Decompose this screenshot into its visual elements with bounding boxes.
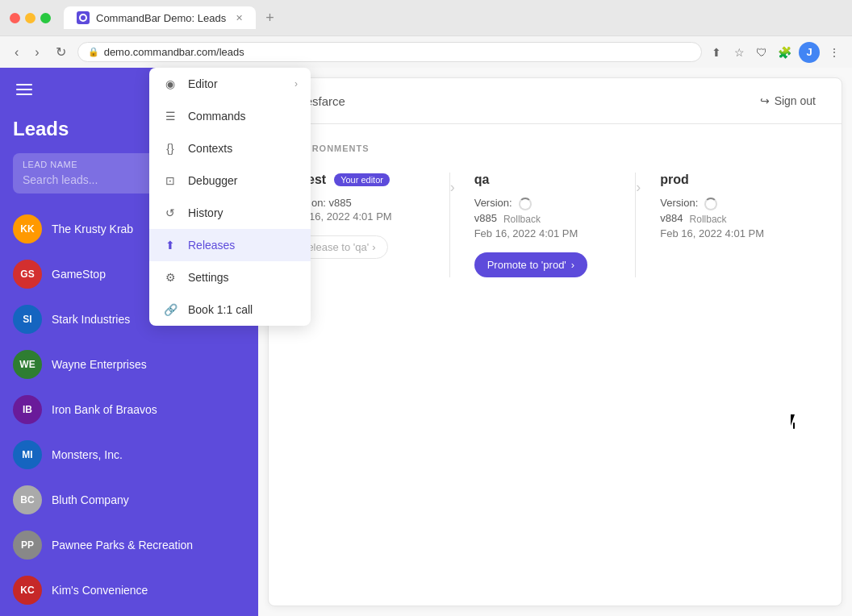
promote-to-prod-label: Promote to 'prod' xyxy=(487,259,566,271)
main-content: Salesfarce ↪ Sign out ENVIRONMENTS Lates… xyxy=(258,68,852,616)
avatar: KK xyxy=(13,214,42,243)
avatar: PP xyxy=(13,531,42,560)
env-prod-version: v884 xyxy=(660,212,683,224)
settings-menu-label: Settings xyxy=(188,271,298,284)
menu-item-releases[interactable]: ⬆Releases xyxy=(149,229,311,261)
sign-out-icon: ↪ xyxy=(760,94,770,107)
refresh-button[interactable]: ↻ xyxy=(51,43,71,61)
lead-name: Kim's Convenience xyxy=(52,584,148,597)
avatar: SI xyxy=(13,305,42,334)
promote-arrow-icon: › xyxy=(571,259,574,271)
bookmark-icon[interactable]: ☆ xyxy=(731,44,747,60)
shield-icon[interactable]: 🛡 xyxy=(754,44,770,60)
traffic-lights xyxy=(10,13,51,23)
lock-icon: 🔒 xyxy=(88,47,99,57)
menu-item-contexts[interactable]: {}Contexts xyxy=(149,132,311,164)
commands-menu-label: Commands xyxy=(188,110,298,123)
env-qa-name-text: qa xyxy=(474,173,490,187)
editor-arrow-icon: › xyxy=(294,78,298,89)
release-arrow-icon: › xyxy=(372,241,375,253)
back-button[interactable]: ‹ xyxy=(10,44,23,61)
avatar: BC xyxy=(13,485,42,514)
menu-item-commands[interactable]: ☰Commands xyxy=(149,100,311,132)
prod-rollback-button[interactable]: Rollback xyxy=(690,214,727,225)
history-menu-icon: ↺ xyxy=(162,205,178,221)
environments-label: ENVIRONMENTS xyxy=(288,144,822,153)
releases-menu-label: Releases xyxy=(188,239,298,252)
contexts-menu-icon: {} xyxy=(162,140,178,156)
list-item[interactable]: WEWayne Enterprises xyxy=(0,342,258,387)
avatar: KC xyxy=(13,576,42,605)
new-tab-button[interactable]: + xyxy=(259,8,281,28)
address-bar[interactable]: 🔒 demo.commandbar.com/leads xyxy=(77,42,702,62)
user-avatar[interactable]: J xyxy=(799,42,820,63)
debugger-menu-label: Debugger xyxy=(188,174,298,187)
qa-rollback-button[interactable]: Rollback xyxy=(503,214,541,225)
env-qa-version-label: Version: xyxy=(474,197,512,209)
book-menu-icon: 🔗 xyxy=(162,302,178,318)
menu-item-book[interactable]: 🔗Book 1:1 call xyxy=(149,293,311,326)
env-qa-version-row: Version: xyxy=(474,197,617,210)
promote-to-prod-button[interactable]: Promote to 'prod' › xyxy=(474,252,588,277)
extensions-icon[interactable]: 🧩 xyxy=(776,44,792,60)
sf-body: ENVIRONMENTS Latest Your editor Version:… xyxy=(269,124,842,297)
environments-grid: Latest Your editor Version: v885 Feb 16,… xyxy=(288,173,822,277)
lead-name: Stark Industries xyxy=(52,313,130,326)
list-item[interactable]: KCKim's Convenience xyxy=(0,568,258,613)
list-item[interactable]: BCBluth Company xyxy=(0,477,258,522)
env-prod-name: prod xyxy=(660,173,803,187)
env-prod: prod Version: v884 Rollback Feb 16, 2022… xyxy=(641,173,822,277)
tab-favicon xyxy=(77,11,90,24)
browser-actions: ⬆ ☆ 🛡 🧩 J ⋮ xyxy=(708,42,842,63)
browser-titlebar: CommandBar Demo: Leads ✕ + xyxy=(0,0,852,35)
list-item[interactable]: MIMonsters, Inc. xyxy=(0,432,258,477)
browser-chrome: CommandBar Demo: Leads ✕ + ‹ › ↻ 🔒 demo.… xyxy=(0,0,852,68)
avatar: WE xyxy=(13,350,42,379)
contexts-menu-label: Contexts xyxy=(188,142,298,155)
list-item[interactable]: PPPawnee Parks & Recreation xyxy=(0,522,258,568)
settings-menu-icon: ⚙ xyxy=(162,269,178,285)
dropdown-menu: ◉Editor›☰Commands{}Contexts⊡Debugger↺His… xyxy=(149,68,311,326)
releases-menu-icon: ⬆ xyxy=(162,237,178,253)
env-prod-version-row: Version: xyxy=(660,197,803,210)
tab-title: CommandBar Demo: Leads xyxy=(96,12,226,24)
env-prod-version-label: Version: xyxy=(660,197,698,209)
list-item[interactable]: IBIron Bank of Braavos xyxy=(0,387,258,432)
env-qa-version-row2: v885 Rollback xyxy=(474,212,617,226)
menu-item-editor[interactable]: ◉Editor› xyxy=(149,68,311,100)
hamburger-button[interactable] xyxy=(13,81,36,98)
your-editor-badge: Your editor xyxy=(334,173,390,186)
tab-close-button[interactable]: ✕ xyxy=(236,13,243,23)
env-qa: qa Version: v885 Rollback Feb 16, 2022 4… xyxy=(455,173,637,277)
menu-item-history[interactable]: ↺History xyxy=(149,197,311,229)
avatar: MI xyxy=(13,440,42,469)
salesforce-panel: Salesfarce ↪ Sign out ENVIRONMENTS Lates… xyxy=(268,77,842,606)
lead-name: Bluth Company xyxy=(52,493,129,506)
lead-name: Monsters, Inc. xyxy=(52,448,123,461)
history-menu-label: History xyxy=(188,206,298,219)
menu-item-debugger[interactable]: ⊡Debugger xyxy=(149,164,311,197)
menu-icon[interactable]: ⋮ xyxy=(826,44,842,60)
avatar: GS xyxy=(13,260,42,289)
env-prod-date: Feb 16, 2022 4:01 PM xyxy=(660,227,803,239)
prod-spinner xyxy=(704,198,717,210)
lead-name: Pawnee Parks & Recreation xyxy=(52,539,193,551)
close-button[interactable] xyxy=(10,13,20,23)
env-qa-name: qa xyxy=(474,173,617,187)
maximize-button[interactable] xyxy=(40,13,51,23)
book-menu-label: Book 1:1 call xyxy=(188,303,298,316)
env-latest: Latest Your editor Version: v885 Feb 16,… xyxy=(288,173,450,277)
avatar: IB xyxy=(13,395,42,424)
editor-menu-icon: ◉ xyxy=(162,76,178,92)
editor-menu-label: Editor xyxy=(188,77,285,90)
minimize-button[interactable] xyxy=(25,13,36,23)
forward-button[interactable]: › xyxy=(30,44,44,61)
download-icon[interactable]: ⬆ xyxy=(708,44,725,60)
lead-name: GameStop xyxy=(52,268,106,281)
env-qa-date: Feb 16, 2022 4:01 PM xyxy=(474,227,617,239)
sign-out-button[interactable]: ↪ Sign out xyxy=(754,91,822,110)
env-prod-version-row2: v884 Rollback xyxy=(660,212,803,226)
menu-item-settings[interactable]: ⚙Settings xyxy=(149,261,311,293)
active-tab[interactable]: CommandBar Demo: Leads ✕ xyxy=(64,6,256,29)
debugger-menu-icon: ⊡ xyxy=(162,173,178,189)
